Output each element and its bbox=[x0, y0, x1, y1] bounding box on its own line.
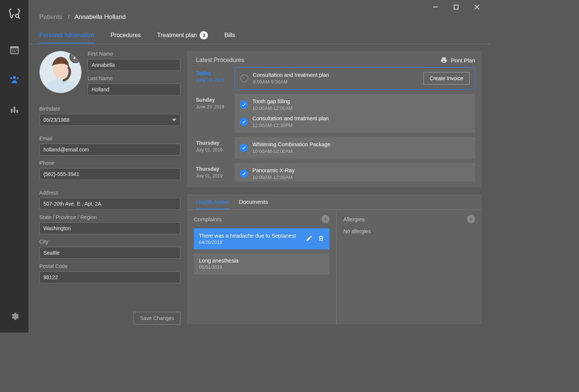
procedure-title: Whitening Combination Package bbox=[252, 141, 330, 147]
svg-point-10 bbox=[17, 77, 19, 79]
procedure-date-day: Thursday bbox=[196, 166, 228, 172]
procedure-date-full: July 01, 2019 bbox=[196, 173, 228, 179]
procedure-time: 10:00AM-12:00AM bbox=[252, 105, 292, 111]
procedure-time: 10:00AM-12:00AM bbox=[252, 174, 295, 180]
region-input[interactable]: Washington bbox=[39, 222, 180, 234]
email-input[interactable]: holland@email.com bbox=[39, 144, 180, 156]
address-input[interactable]: 507-20th Ave. E , Apt. 2A bbox=[39, 198, 180, 210]
subtab-documents[interactable]: Documents bbox=[239, 199, 268, 209]
svg-rect-13 bbox=[16, 110, 18, 113]
birthdate-label: Birthdate bbox=[39, 106, 180, 112]
procedure-date-full: June 24 ,2019 bbox=[196, 78, 228, 83]
delete-complaint-icon[interactable] bbox=[318, 235, 324, 243]
window-minimize-button[interactable] bbox=[430, 1, 441, 13]
add-allergy-button[interactable] bbox=[467, 215, 475, 223]
procedure-title: Consultation and treatment plan bbox=[253, 72, 329, 78]
procedure-card[interactable]: Consultation and treatment plan 8:00AM-9… bbox=[235, 67, 475, 89]
no-allergies-text: No allergies bbox=[343, 228, 475, 234]
postal-input[interactable]: 98122 bbox=[39, 271, 180, 283]
procedure-card[interactable]: Tooth gap filling 10:00AM-12:00AM Consul… bbox=[235, 94, 475, 133]
complaint-item[interactable]: There was a headache due to Septanest 04… bbox=[194, 228, 330, 249]
email-label: Email bbox=[39, 135, 180, 141]
svg-point-9 bbox=[10, 77, 12, 79]
edit-complaint-icon[interactable] bbox=[306, 235, 313, 243]
first-name-label: First Name bbox=[88, 51, 180, 57]
add-complaint-button[interactable] bbox=[321, 215, 330, 223]
complaints-title: Complaints bbox=[194, 216, 222, 222]
window-close-button[interactable] bbox=[471, 1, 482, 13]
breadcrumb-parent[interactable]: Patients bbox=[39, 13, 62, 20]
subtab-health-notes[interactable]: Health Notes bbox=[196, 199, 229, 209]
birthdate-select[interactable]: 06/23/1988 bbox=[39, 114, 180, 126]
breadcrumb: Patients / Annabella Holland bbox=[29, 12, 490, 21]
procedure-card[interactable]: Whitening Combination Package 10:00AM-12… bbox=[235, 137, 475, 159]
procedure-title: Panoramic X-Ray bbox=[252, 167, 295, 173]
procedure-date-day: Today bbox=[196, 70, 228, 76]
tab-bills[interactable]: Bills bbox=[224, 32, 235, 43]
complaint-date: 04/20/2019 bbox=[199, 240, 296, 245]
svg-rect-3 bbox=[12, 50, 13, 50]
procedure-date-day: Thursday bbox=[196, 140, 228, 146]
last-name-input[interactable]: Holland bbox=[88, 84, 180, 95]
allergies-title: Allergies bbox=[343, 216, 365, 222]
phone-input[interactable]: (562)-555-3941 bbox=[39, 168, 180, 180]
procedure-status-done-icon bbox=[240, 144, 248, 152]
postal-label: Postal Code bbox=[39, 263, 180, 269]
procedure-status-done-icon bbox=[240, 118, 248, 126]
svg-rect-11 bbox=[11, 109, 12, 113]
patient-avatar bbox=[39, 51, 82, 93]
save-changes-button[interactable]: Save Changes bbox=[134, 312, 180, 324]
svg-rect-4 bbox=[14, 50, 15, 50]
svg-rect-15 bbox=[454, 5, 458, 9]
procedure-title: Tooth gap filling bbox=[252, 98, 292, 104]
sidebar-calendar-icon[interactable] bbox=[7, 42, 22, 57]
procedure-time: 10:00AM-12:00AM bbox=[252, 148, 330, 154]
sidebar-settings-icon[interactable] bbox=[7, 309, 22, 324]
app-logo-tooth-icon bbox=[8, 7, 21, 22]
procedure-date-full: July 01, 2019 bbox=[196, 147, 228, 153]
procedure-date-day: Sunday bbox=[196, 97, 228, 103]
complaint-text: There was a headache due to Septanest bbox=[199, 233, 296, 239]
city-input[interactable]: Seattle bbox=[39, 247, 180, 259]
procedure-time: 12:00AM-12:30PM bbox=[252, 122, 329, 128]
procedure-title: Consultation and treatment plan bbox=[252, 115, 329, 121]
window-maximize-button[interactable] bbox=[451, 1, 462, 13]
procedure-status-open-icon bbox=[240, 74, 248, 82]
chevron-down-icon bbox=[172, 119, 176, 121]
last-name-label: Last Name bbox=[88, 75, 180, 81]
region-label: State / Province / Region bbox=[39, 214, 180, 220]
svg-point-0 bbox=[15, 14, 19, 17]
complaint-date: 05/01/2019 bbox=[199, 265, 238, 270]
create-invoice-button[interactable]: Create Invoice bbox=[423, 72, 470, 85]
svg-point-8 bbox=[13, 76, 16, 79]
procedure-status-done-icon bbox=[240, 101, 248, 109]
svg-rect-6 bbox=[12, 52, 13, 52]
edit-avatar-button[interactable] bbox=[69, 51, 82, 63]
city-label: City bbox=[39, 239, 180, 245]
tab-procedures[interactable]: Procedures bbox=[111, 32, 141, 43]
print-plan-button[interactable]: Print Plan bbox=[441, 57, 475, 63]
procedure-date-full: June 23 ,2019 bbox=[196, 104, 228, 110]
svg-rect-7 bbox=[14, 52, 15, 52]
procedure-card[interactable]: Panoramic X-Ray 10:00AM-12:00AM bbox=[235, 163, 475, 182]
breadcrumb-current: Annabella Holland bbox=[75, 13, 126, 20]
svg-rect-2 bbox=[10, 47, 18, 49]
printer-icon bbox=[441, 57, 447, 63]
svg-rect-5 bbox=[16, 50, 17, 50]
procedure-status-done-icon bbox=[240, 170, 248, 178]
svg-rect-12 bbox=[13, 107, 15, 113]
phone-label: Phone bbox=[39, 160, 180, 166]
tab-personal-information[interactable]: Personal Information bbox=[39, 32, 94, 43]
latest-procedures-title: Latest Procedures bbox=[196, 57, 244, 63]
tab-treatment-plan[interactable]: Treatment plan 3 bbox=[157, 31, 208, 44]
address-label: Address bbox=[39, 190, 180, 196]
procedure-time: 8:00AM-9:30AM bbox=[253, 79, 329, 85]
complaint-item[interactable]: Long anesthesia 05/01/2019 bbox=[194, 253, 330, 274]
first-name-input[interactable]: Annabella bbox=[88, 59, 180, 71]
sidebar-reports-icon[interactable] bbox=[7, 102, 22, 117]
complaint-text: Long anesthesia bbox=[199, 258, 238, 264]
treatment-plan-badge: 3 bbox=[200, 31, 208, 39]
sidebar-patients-icon[interactable] bbox=[7, 72, 22, 87]
